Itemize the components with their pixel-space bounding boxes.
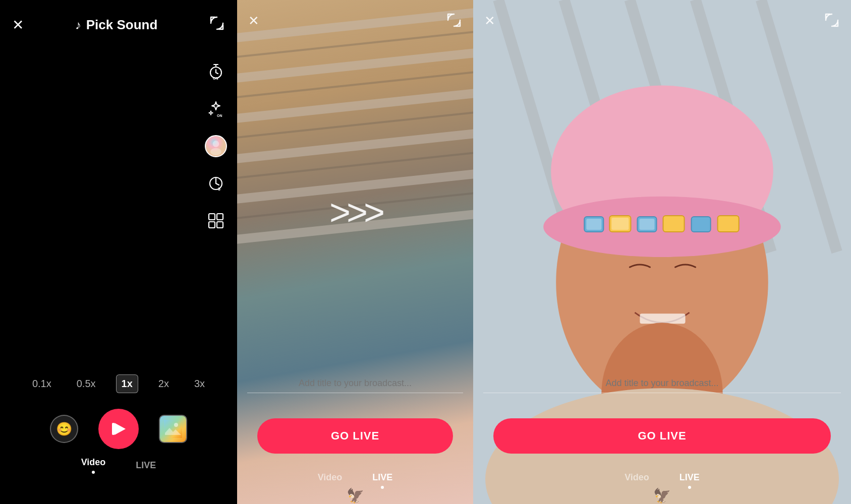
gallery-button[interactable] — [159, 415, 187, 443]
svg-point-35 — [543, 197, 781, 257]
speed-3x-button[interactable]: 3x — [189, 375, 210, 393]
capture-row: 😊 — [0, 409, 237, 449]
svg-marker-12 — [115, 423, 126, 435]
timer-on-button[interactable]: ON — [205, 60, 227, 83]
pick-sound-header: ♪ Pick Sound — [75, 17, 158, 33]
right-footer-decoration: 🦅 — [653, 487, 671, 504]
speed-controls: 0.1x 0.5x 1x 2x 3x — [0, 374, 237, 393]
svg-text:ON: ON — [217, 114, 222, 117]
middle-tab-video[interactable]: Video — [318, 472, 343, 489]
svg-rect-42 — [586, 219, 601, 230]
right-camera-preview: ✕ GO LIVE Video LIVE 🦅 — [473, 0, 851, 504]
forward-chevrons: >>> — [329, 192, 381, 233]
svg-text:ON: ON — [213, 77, 218, 80]
speed-1x-button[interactable]: 1x — [116, 374, 138, 393]
blinds-overlay — [237, 0, 473, 277]
effects-button[interactable]: ON — [205, 98, 227, 120]
svg-rect-41 — [718, 216, 739, 232]
middle-flip-button[interactable] — [446, 12, 462, 32]
svg-point-5 — [210, 148, 221, 156]
flip-camera-button[interactable] — [209, 15, 225, 35]
sidebar-icons: ON ON — [205, 60, 227, 232]
broadcast-title-input-right[interactable] — [483, 374, 841, 393]
middle-tab-live-label: LIVE — [372, 472, 392, 483]
svg-rect-40 — [692, 217, 711, 232]
tab-video-dot — [92, 471, 95, 474]
right-close-button[interactable]: ✕ — [484, 13, 495, 29]
templates-button[interactable] — [205, 210, 227, 232]
tab-video[interactable]: Video — [81, 457, 106, 474]
speed-0.5x-button[interactable]: 0.5x — [72, 375, 101, 393]
right-tab-live-dot — [688, 486, 691, 489]
speed-0.1x-button[interactable]: 0.1x — [27, 375, 56, 393]
tab-live-label: LIVE — [136, 460, 156, 471]
svg-point-15 — [174, 423, 178, 427]
svg-point-4 — [213, 141, 219, 147]
bottom-controls: 😊 — [0, 409, 237, 474]
middle-tab-live-dot — [381, 486, 384, 489]
middle-tabs: Video LIVE — [237, 472, 473, 489]
go-live-button-right[interactable]: GO LIVE — [493, 418, 831, 454]
middle-panel: >>> ✕ GO LIVE Video LIVE — [237, 0, 473, 504]
svg-rect-13 — [112, 423, 115, 435]
svg-rect-14 — [164, 420, 182, 438]
footer-decoration: 🦅 — [347, 487, 364, 504]
right-tab-live[interactable]: LIVE — [679, 472, 700, 489]
countdown-3-button[interactable]: 3 — [205, 172, 227, 195]
tab-live[interactable]: LIVE — [136, 460, 156, 471]
svg-rect-9 — [217, 214, 223, 220]
speed-2x-button[interactable]: 2x — [153, 375, 174, 393]
emoji-button[interactable]: 😊 — [50, 415, 78, 443]
right-tab-video-label: Video — [625, 472, 649, 483]
middle-tab-live[interactable]: LIVE — [372, 472, 392, 489]
svg-rect-8 — [209, 214, 215, 220]
gallery-icon — [160, 416, 186, 442]
svg-rect-11 — [217, 222, 223, 228]
left-tabs: Video LIVE — [81, 457, 156, 474]
tab-video-label: Video — [81, 457, 106, 468]
top-bar: ✕ ♪ Pick Sound — [0, 0, 237, 45]
svg-rect-43 — [611, 218, 629, 230]
right-tab-live-label: LIVE — [679, 472, 700, 483]
music-icon: ♪ — [75, 18, 81, 32]
close-button[interactable]: ✕ — [12, 18, 24, 32]
broadcast-title-input-middle[interactable] — [247, 374, 463, 393]
record-button[interactable] — [98, 409, 139, 449]
svg-rect-10 — [209, 222, 215, 228]
go-live-button-middle[interactable]: GO LIVE — [257, 418, 453, 454]
middle-close-button[interactable]: ✕ — [248, 13, 259, 29]
right-panel: ✕ GO LIVE Video LIVE 🦅 — [473, 0, 851, 504]
svg-rect-39 — [663, 216, 685, 232]
right-flip-button[interactable] — [824, 12, 840, 32]
right-tabs: Video LIVE — [473, 472, 851, 489]
pick-sound-label: Pick Sound — [86, 17, 158, 33]
svg-text:3: 3 — [218, 186, 220, 192]
middle-camera-preview: >>> ✕ GO LIVE Video LIVE — [237, 0, 473, 504]
svg-rect-44 — [639, 219, 654, 230]
right-tab-video[interactable]: Video — [625, 472, 649, 489]
middle-tab-video-label: Video — [318, 472, 343, 483]
avatar-button[interactable] — [205, 135, 227, 157]
svg-rect-45 — [640, 313, 685, 324]
left-panel: ✕ ♪ Pick Sound ON — [0, 0, 237, 504]
